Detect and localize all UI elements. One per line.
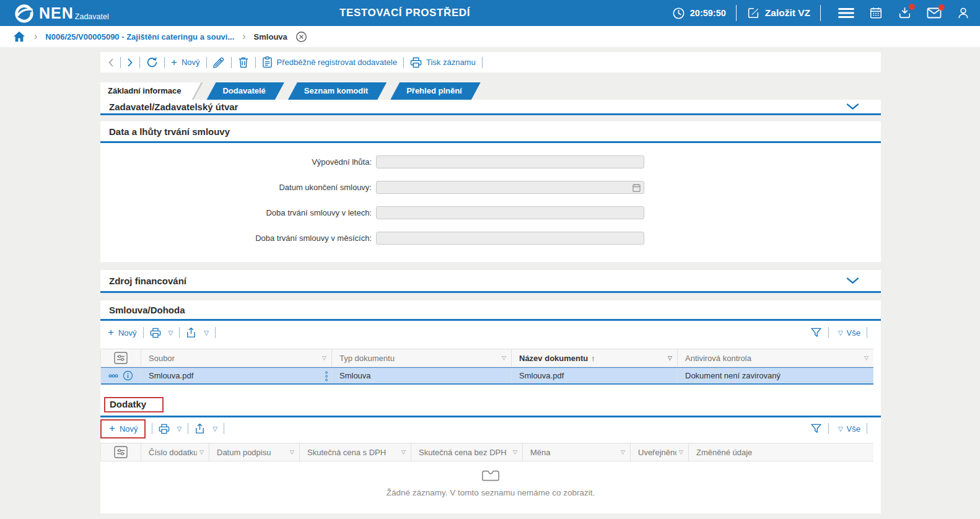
home-button[interactable]: [12, 30, 26, 43]
column-filter-icon[interactable]: ▽: [679, 449, 683, 455]
user-button[interactable]: [956, 6, 970, 20]
dodatky-new-button[interactable]: + Nový: [109, 424, 138, 434]
dodatky-print-button[interactable]: ▽: [159, 424, 182, 434]
messages-button[interactable]: [927, 7, 942, 19]
section-zadavatel-title: Zadavatel/Zadavatelský útvar: [109, 102, 238, 112]
tab-zakladni-informace[interactable]: Základní informace: [100, 82, 203, 100]
section-dodatky-header: Dodatky: [100, 395, 881, 417]
smlouva-export-button[interactable]: ▽: [186, 327, 209, 338]
clock: 20:59:50: [672, 7, 726, 20]
dodatky-filter-button[interactable]: [810, 423, 822, 434]
info-icon: [123, 370, 133, 381]
column-header-zmenene-udaje[interactable]: Změněné údaje: [689, 443, 873, 461]
column-drag-handle[interactable]: [324, 371, 329, 382]
expand-section-button[interactable]: [846, 103, 860, 110]
column-header-skutecna-cena-s-dph[interactable]: Skutečná cena s DPH ▽: [300, 443, 411, 461]
smlouva-table-header: Soubor ▽ Typ dokumentu ▽ Název dokumentu…: [101, 349, 873, 367]
calendar-button[interactable]: [869, 6, 883, 20]
column-settings-button[interactable]: [101, 349, 141, 367]
column-header-skutecna-cena-bez-dph[interactable]: Skutečná cena bez DPH ▽: [411, 443, 523, 461]
logo-subtitle: Zadavatel: [75, 12, 109, 21]
nav-back-button[interactable]: [108, 58, 114, 68]
column-filter-icon[interactable]: ▽: [668, 355, 672, 361]
preregister-supplier-button[interactable]: Předběžně registrovat dodavatele: [262, 56, 397, 68]
row-info-button[interactable]: [123, 370, 133, 381]
dropdown-arrow-icon: ▽: [177, 425, 182, 432]
column-filter-icon[interactable]: ▽: [199, 449, 204, 455]
column-header-antivirova-kontrola[interactable]: Antivirová kontrola ▽: [678, 349, 873, 367]
dodatky-new-label: Nový: [120, 424, 138, 434]
printer-icon: [159, 424, 170, 434]
doba-trvani-letech-input[interactable]: [376, 206, 644, 219]
toolbar-separator: [143, 327, 144, 338]
smlouva-table-row-selected[interactable]: Smlouva.pdf Smlouva Smlouva.pdf Dokument…: [101, 367, 873, 385]
column-header-nazev-dokumentu[interactable]: Název dokumentu↑ ▽: [512, 349, 678, 367]
column-header-uverejneno[interactable]: Uveřejněno ▽: [631, 443, 689, 461]
column-filter-icon[interactable]: ▽: [322, 355, 326, 361]
close-tab-button[interactable]: [295, 31, 307, 43]
create-vz-button[interactable]: Založit VZ: [746, 6, 810, 20]
environment-title: TESTOVACÍ PROSTŘEDÍ: [339, 7, 470, 19]
vypovedni-lhuta-input[interactable]: [376, 155, 644, 168]
row-more-actions-button[interactable]: [108, 374, 118, 378]
print-record-button[interactable]: Tisk záznamu: [410, 57, 476, 68]
smlouva-new-label: Nový: [118, 328, 137, 338]
datum-ukonceni-input[interactable]: [376, 181, 644, 194]
smlouva-filter-button[interactable]: [810, 327, 822, 338]
column-header-typ-dokumentu[interactable]: Typ dokumentu ▽: [332, 349, 512, 367]
section-zdroj-title: Zdroj financování: [109, 276, 186, 286]
dodatky-export-button[interactable]: ▽: [195, 423, 217, 434]
smlouva-view-dropdown-icon[interactable]: ▽: [838, 329, 843, 336]
user-icon: [956, 6, 970, 20]
smlouva-print-button[interactable]: ▽: [150, 328, 173, 338]
column-header-datum-podpisu[interactable]: Datum podpisu ▽: [209, 443, 300, 461]
column-filter-icon[interactable]: ▽: [864, 355, 868, 361]
column-header-cislo-dodatku[interactable]: Číslo dodatku ▽: [141, 443, 209, 461]
plus-icon: +: [171, 58, 177, 67]
tab-dodavatele[interactable]: Dodavatelé: [206, 82, 284, 100]
column-settings-icon: [114, 446, 128, 458]
section-data-lhuty: Data a lhůty trvání smlouvy Výpovědní lh…: [100, 121, 881, 262]
column-settings-button[interactable]: [101, 443, 141, 461]
menu-button[interactable]: [838, 7, 854, 19]
column-filter-icon[interactable]: ▽: [513, 449, 517, 455]
expand-section-button[interactable]: [846, 277, 860, 284]
record-toolbar: + Nový Předběžně registrovat dodavatele: [100, 52, 881, 72]
column-header-soubor[interactable]: Soubor ▽: [141, 349, 332, 367]
column-filter-icon[interactable]: ▽: [621, 449, 625, 455]
breadcrumb-current: Smlouva: [254, 32, 287, 41]
notification-badge: [909, 4, 915, 10]
compose-icon: [746, 6, 760, 20]
clock-icon: [672, 7, 685, 20]
dodatky-view-dropdown-icon[interactable]: ▽: [838, 425, 843, 432]
column-filter-icon[interactable]: ▽: [290, 449, 294, 455]
datepicker-button[interactable]: [632, 183, 641, 192]
tab-seznam-komodit[interactable]: Seznam komodit: [288, 82, 387, 100]
tab-prehled-plneni[interactable]: Přehled plnění: [390, 82, 481, 100]
delete-button[interactable]: [238, 56, 249, 68]
smlouva-view-all-button[interactable]: Vše: [847, 328, 860, 338]
edit-button[interactable]: [213, 56, 225, 68]
section-dodatky-title-annotated: Dodatky: [104, 397, 164, 412]
smlouva-new-button[interactable]: + Nový: [108, 328, 137, 338]
nav-forward-button[interactable]: [127, 58, 133, 68]
column-filter-icon[interactable]: ▽: [401, 449, 406, 455]
toolbar-separator: [188, 423, 188, 434]
form-row: Doba trvání smlouvy v měsících:: [100, 232, 881, 245]
trash-icon: [238, 56, 249, 68]
home-icon: [12, 30, 26, 43]
doba-trvani-mesicich-input[interactable]: [376, 232, 644, 245]
column-filter-icon[interactable]: ▽: [502, 355, 506, 361]
toolbar-separator: [206, 57, 207, 68]
dodatky-empty-state: Žádné záznamy. V tomto seznamu nemáme co…: [100, 469, 881, 497]
breadcrumb-record-link[interactable]: N006/25/V00005090 - Zajištění cateringu …: [45, 32, 234, 41]
cell-soubor: Smlouva.pdf: [141, 368, 332, 383]
column-header-mena[interactable]: Měna ▽: [523, 443, 631, 461]
refresh-button[interactable]: [146, 56, 158, 68]
toolbar-separator: [224, 423, 224, 434]
nen-logo[interactable]: NEN Zadavatel: [0, 1, 109, 25]
new-record-button[interactable]: + Nový: [171, 58, 200, 67]
sort-ascending-icon: ↑: [591, 354, 595, 363]
downloads-button[interactable]: [898, 6, 912, 20]
dodatky-view-all-button[interactable]: Vše: [847, 424, 860, 434]
